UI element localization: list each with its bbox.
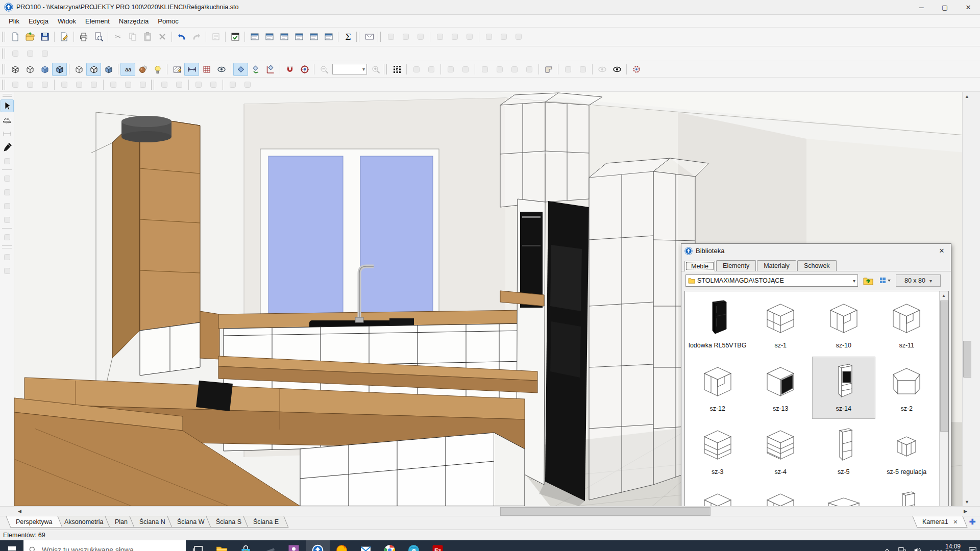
library-tab-materiały[interactable]: Materiały (757, 260, 796, 271)
material-sphere-button[interactable] (135, 63, 150, 76)
library-scroll-up-arrow[interactable]: ▲ (940, 291, 948, 299)
mail-report-button[interactable] (362, 30, 377, 43)
scale-button[interactable] (522, 63, 536, 76)
raise-button[interactable] (443, 63, 458, 76)
library-item-sz-12[interactable]: sz-12 (686, 357, 749, 419)
maximize-button[interactable]: ▢ (933, 0, 957, 14)
properties-list-button[interactable] (208, 30, 223, 43)
menu-element[interactable]: Element (81, 16, 114, 27)
library-tab-elementy[interactable]: Elementy (716, 260, 756, 271)
canvas-horizontal-scrollbar[interactable]: ◀ ▶ (0, 506, 980, 516)
measure-button[interactable] (1, 127, 14, 140)
win-cutting-button[interactable] (277, 30, 291, 43)
taskbar-app-task-view[interactable] (186, 540, 210, 551)
insert-a-button[interactable] (1, 172, 14, 185)
scroll-up-arrow[interactable]: ▲ (963, 92, 971, 101)
camera-tab-close-icon[interactable]: ✕ (953, 519, 958, 525)
toolbar-handle[interactable] (2, 64, 5, 74)
distribute-c-button[interactable] (413, 30, 428, 43)
saw-cut-button[interactable] (1, 113, 14, 126)
tilt-a-button[interactable] (106, 78, 120, 91)
menu-plik[interactable]: Plik (4, 16, 24, 27)
center-target-button[interactable] (297, 63, 312, 76)
toolbar-handle[interactable] (2, 48, 5, 59)
library-tab-meble[interactable]: Meble (684, 261, 715, 271)
align-b-button[interactable] (447, 30, 462, 43)
toolbar-handle[interactable] (356, 32, 359, 42)
library-scrollbar[interactable]: ▲ ▼ (939, 291, 948, 506)
tilt-c-button[interactable] (135, 78, 150, 91)
insert-b-button[interactable] (1, 186, 14, 198)
library-item-sz-4[interactable]: sz-4 (749, 420, 813, 482)
scroll-right-arrow[interactable]: ▶ (961, 507, 970, 515)
undo-button[interactable] (174, 30, 189, 43)
win-elements-button[interactable] (306, 30, 321, 43)
new-file-button[interactable] (8, 30, 22, 43)
start-button[interactable] (0, 540, 23, 551)
center-horiz-button[interactable] (22, 47, 37, 60)
win-dimensions-button[interactable] (291, 30, 306, 43)
distribute-a-button[interactable] (383, 30, 398, 43)
vertical-scroll-thumb[interactable] (963, 341, 971, 378)
center-plane-button[interactable] (8, 47, 22, 60)
taskbar-app-people[interactable] (282, 540, 306, 551)
toolbar-handle[interactable] (2, 80, 5, 90)
distribute-b-button[interactable] (398, 30, 413, 43)
al-center-v-button[interactable] (71, 78, 86, 91)
toolbar-handle[interactable] (378, 32, 381, 42)
tray-chevron-icon[interactable] (879, 540, 895, 551)
magnet-button[interactable] (282, 63, 297, 76)
delete-x-button[interactable] (155, 30, 169, 43)
slant-b-button[interactable] (240, 78, 255, 91)
taskbar-app-mail[interactable] (354, 540, 378, 551)
proj-box-b-button[interactable] (86, 63, 101, 76)
scroll-left-arrow[interactable]: ◀ (15, 507, 24, 515)
view-mode-button[interactable] (878, 274, 893, 287)
align-a-button[interactable] (432, 30, 447, 43)
zoom-tool-button[interactable] (1, 231, 14, 243)
library-item-sz-1[interactable]: sz-1 (749, 293, 813, 356)
clone-button[interactable] (1, 155, 14, 167)
dock-left-button[interactable] (157, 78, 172, 91)
measure2-button[interactable] (1, 264, 14, 277)
eye-black-button[interactable] (609, 63, 624, 76)
taskbar-app-filezilla[interactable]: Fz (426, 540, 450, 551)
close-button[interactable]: ✕ (957, 0, 980, 14)
library-item-sz-5-regulacja[interactable]: sz-5 regulacja (875, 420, 939, 482)
snap-origin-button[interactable] (263, 63, 278, 76)
zoom-in-button[interactable] (368, 63, 383, 76)
picker-pen-button[interactable] (1, 141, 14, 154)
taskbar-app-ms-store[interactable] (234, 540, 258, 551)
view-shaded-button[interactable] (37, 63, 52, 76)
taskbar-search[interactable] (23, 540, 186, 551)
view-tab-ściana-e[interactable]: Ściana E (243, 516, 289, 528)
edit-doc-button[interactable] (57, 30, 71, 43)
library-path-combo[interactable]: STOLMAX\MAGDA\STOJĄCE ▾ (685, 274, 858, 287)
view-tab-perspektywa[interactable]: Perspektywa (6, 516, 62, 528)
menu-narzędzia[interactable]: Narzędzia (114, 16, 154, 27)
library-item-sz-13[interactable]: sz-13 (749, 357, 813, 419)
collision-gear-button[interactable] (629, 63, 644, 76)
move-cross-button[interactable] (492, 63, 507, 76)
view-wireframe-button[interactable] (8, 63, 22, 76)
toolbar-handle[interactable] (384, 64, 387, 74)
open-folder-button[interactable] (22, 30, 37, 43)
library-scroll-thumb[interactable] (940, 300, 948, 432)
library-item-sz-11[interactable]: sz-11 (875, 293, 939, 356)
add-camera-tab-icon[interactable]: ✚ (968, 517, 977, 527)
library-item-sz-14[interactable]: sz-14 (812, 357, 875, 419)
menu-edycja[interactable]: Edycja (24, 16, 53, 27)
library-item-sz-10[interactable]: sz-10 (812, 293, 875, 356)
hide-covers-button[interactable] (560, 63, 575, 76)
copy-button[interactable] (125, 30, 140, 43)
snap-axes-button[interactable] (248, 63, 263, 76)
ungroup-button[interactable] (424, 63, 438, 76)
library-item-sz-6[interactable]: sz-6 (686, 483, 749, 506)
show-dimensions-button[interactable] (184, 63, 199, 76)
rotate-free-button[interactable] (477, 63, 492, 76)
align-c-button[interactable] (462, 30, 477, 43)
library-tab-schowek[interactable]: Schowek (797, 260, 837, 271)
library-item-lodówka-RL55VTBG[interactable]: lodówka RL55VTBG (686, 293, 749, 356)
taskbar-app-chrome[interactable] (378, 540, 402, 551)
taskbar-app-firefox[interactable] (330, 540, 354, 551)
